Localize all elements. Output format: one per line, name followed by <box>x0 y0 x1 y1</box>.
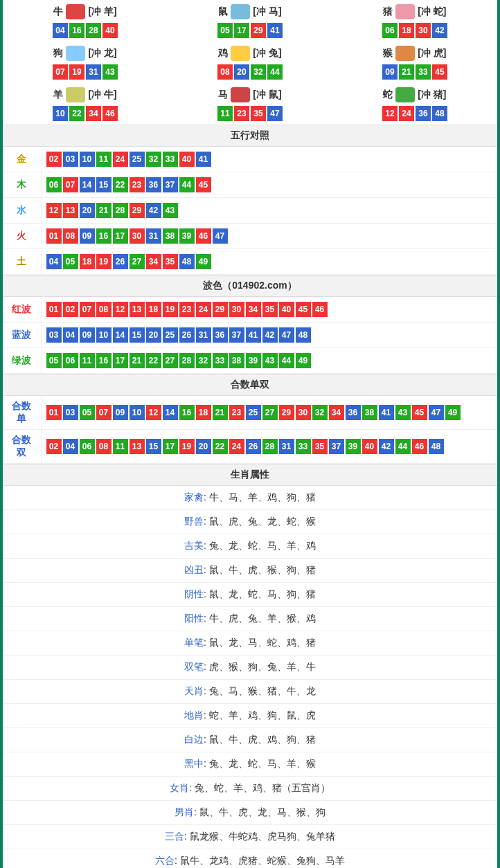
number-ball: 47 <box>279 327 294 343</box>
zodiac-name: 鸡 <box>218 47 228 60</box>
row-label: 木 <box>3 172 41 198</box>
row-numbers: 06071415222336374445 <box>41 172 497 198</box>
zodiac-sub: [冲 羊] <box>88 6 116 18</box>
zodiac-title: 马[冲 鼠] <box>168 87 332 102</box>
attr-row: 黑中: 兔、龙、蛇、马、羊、猴 <box>3 752 497 777</box>
number-ball: 19 <box>96 254 111 269</box>
data-tables: 五行对照金02031011242532334041木06071415222336… <box>3 125 497 868</box>
zodiac-name: 马 <box>218 89 228 101</box>
number-ball: 30 <box>229 302 244 317</box>
attr-row: 阴性: 鼠、龙、蛇、马、狗、猪 <box>3 583 497 607</box>
table-row: 合数双0204060811131517192022242628313335373… <box>3 430 497 464</box>
row-label: 水 <box>3 198 41 224</box>
attr-sep: : <box>204 491 209 503</box>
number-ball: 36 <box>346 405 361 420</box>
number-ball: 15 <box>96 177 111 192</box>
number-ball: 16 <box>179 405 195 420</box>
zodiac-cell: 狗[冲 龙]07193143 <box>3 42 168 83</box>
number-ball: 23 <box>234 106 249 121</box>
number-ball: 46 <box>312 302 328 317</box>
section-header: 生肖属性 <box>3 464 497 486</box>
number-ball: 40 <box>102 23 118 38</box>
number-ball: 23 <box>179 302 195 317</box>
attr-key: 凶丑 <box>184 564 204 575</box>
attr-val: 鼠、龙、马、蛇、鸡、猪 <box>209 637 316 648</box>
number-ball: 27 <box>163 353 178 368</box>
number-ball: 13 <box>130 302 145 317</box>
table-row: 绿波05061116172122272832333839434449 <box>3 348 497 374</box>
number-ball: 39 <box>179 228 195 244</box>
zodiac-sub: [冲 蛇] <box>418 6 446 18</box>
number-ball: 47 <box>267 106 283 121</box>
attr-sep: : <box>184 831 190 842</box>
number-ball: 25 <box>163 327 178 343</box>
number-ball: 22 <box>69 106 84 121</box>
number-ball: 36 <box>416 106 431 121</box>
number-ball: 40 <box>179 152 195 167</box>
attr-row: 女肖: 兔、蛇、羊、鸡、猪（五宫肖） <box>3 777 497 801</box>
number-ball: 20 <box>146 327 161 343</box>
zodiac-title: 猪[冲 蛇] <box>332 4 497 19</box>
attr-row: 凶丑: 鼠、牛、虎、猴、狗、猪 <box>3 559 497 583</box>
number-ball: 30 <box>296 405 311 420</box>
number-ball: 22 <box>213 439 228 454</box>
number-ball: 39 <box>246 353 261 368</box>
number-ball: 48 <box>179 254 195 269</box>
zodiac-sub: [冲 鼠] <box>253 89 281 101</box>
table-row: 火0108091617303138394647 <box>3 224 497 249</box>
number-ball: 12 <box>46 203 62 218</box>
row-label: 红波 <box>3 297 41 323</box>
number-ball: 40 <box>279 302 294 317</box>
number-ball: 32 <box>196 353 211 368</box>
zodiac-numbers: 12243648 <box>332 105 497 122</box>
main-container: 牛[冲 羊]04162840鼠[冲 马]05172941猪[冲 蛇]061830… <box>0 0 500 868</box>
attr-sep: : <box>204 758 209 769</box>
number-ball: 43 <box>395 405 411 420</box>
zodiac-name: 蛇 <box>383 89 393 101</box>
number-ball: 32 <box>251 64 266 80</box>
number-ball: 31 <box>196 327 211 343</box>
attr-row: 白边: 鼠、牛、虎、鸡、狗、猪 <box>3 728 497 752</box>
number-ball: 14 <box>163 405 178 420</box>
number-ball: 09 <box>113 405 128 420</box>
number-ball: 05 <box>46 353 62 368</box>
number-ball: 25 <box>130 152 145 167</box>
number-ball: 10 <box>130 405 145 420</box>
row-numbers: 1213202128294243 <box>41 198 497 224</box>
number-ball: 23 <box>130 177 145 192</box>
number-ball: 26 <box>113 254 128 269</box>
attr-sep: : <box>194 806 199 817</box>
zodiac-cell: 马[冲 鼠]11233547 <box>168 83 332 125</box>
zodiac-name: 牛 <box>53 6 63 18</box>
number-ball: 38 <box>163 228 178 244</box>
attr-val: 牛、虎、兔、羊、猴、鸡 <box>209 613 316 624</box>
zodiac-title: 鸡[冲 兔] <box>168 46 332 61</box>
attr-row: 家禽: 牛、马、羊、鸡、狗、猪 <box>3 486 497 510</box>
attr-key: 男肖 <box>175 806 194 817</box>
number-ball: 45 <box>412 405 427 420</box>
zodiac-title: 猴[冲 虎] <box>332 46 497 61</box>
number-ball: 37 <box>229 327 244 343</box>
number-ball: 34 <box>246 302 261 317</box>
number-ball: 33 <box>296 439 311 454</box>
number-ball: 46 <box>196 228 211 244</box>
attr-sep: : <box>204 637 209 648</box>
zodiac-cell: 羊[冲 牛]10223446 <box>3 83 168 125</box>
row-label: 合数双 <box>3 430 41 464</box>
number-ball: 33 <box>213 353 228 368</box>
zodiac-icon <box>395 87 415 102</box>
number-ball: 33 <box>163 152 178 167</box>
row-numbers: 0204060811131517192022242628313335373940… <box>41 430 497 464</box>
number-ball: 07 <box>53 64 68 80</box>
section-header: 五行对照 <box>3 125 497 147</box>
zodiac-name: 鼠 <box>218 6 228 18</box>
attr-val: 鼠、牛、虎、鸡、狗、猪 <box>209 734 316 745</box>
number-ball: 29 <box>130 203 145 218</box>
number-ball: 12 <box>382 106 398 121</box>
number-ball: 07 <box>96 405 111 420</box>
number-ball: 41 <box>246 327 261 343</box>
number-ball: 04 <box>53 23 68 38</box>
number-ball: 18 <box>399 23 414 38</box>
attr-row: 单笔: 鼠、龙、马、蛇、鸡、猪 <box>3 631 497 655</box>
zodiac-icon <box>395 4 415 19</box>
